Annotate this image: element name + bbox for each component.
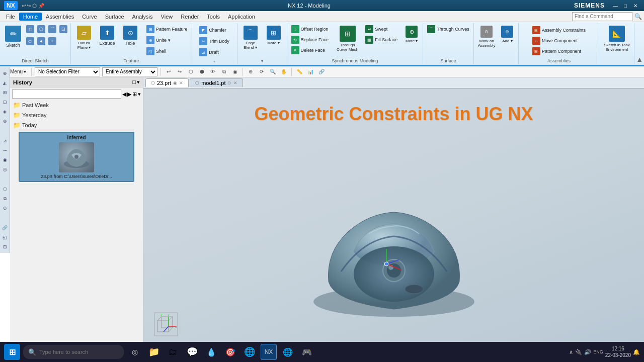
maximize-button[interactable]: □: [621, 2, 630, 10]
extrude-button[interactable]: ⬆ Extrude: [96, 24, 118, 47]
nav-icon-9[interactable]: ◉: [1, 156, 9, 164]
nav-icon-14[interactable]: 🔗: [1, 224, 9, 232]
hex-btn[interactable]: ⬡: [36, 24, 46, 35]
view-icon[interactable]: 👁: [208, 67, 217, 76]
offset-region-button[interactable]: ↕ Offset Region: [289, 24, 331, 34]
nav-icon-13[interactable]: ⊙: [1, 204, 9, 212]
search-nav-next-icon[interactable]: ▶: [127, 91, 131, 98]
cortana-button[interactable]: ◎: [127, 344, 143, 360]
pan-icon[interactable]: ✋: [279, 67, 288, 76]
through-curves-button[interactable]: ⌒ Through Curves: [425, 24, 471, 34]
nav-icon-16[interactable]: ⊟: [1, 243, 9, 251]
menu-application[interactable]: Application: [224, 13, 259, 21]
menu-assemblies[interactable]: Assemblies: [42, 13, 78, 21]
plus-btn[interactable]: +: [47, 36, 57, 47]
circle-btn[interactable]: ●: [36, 36, 46, 47]
panel-menu-icon[interactable]: ▾: [137, 79, 140, 85]
file-explorer-button[interactable]: 📁: [146, 344, 162, 360]
hole-button[interactable]: ⊙ Hole: [119, 24, 141, 47]
menu-home[interactable]: Home: [19, 13, 42, 21]
tab2-close-icon[interactable]: ✕: [233, 80, 237, 85]
chamfer-button[interactable]: ◤ Chamfer: [197, 25, 231, 35]
more-blend-button[interactable]: ⊞ More ▾: [263, 24, 285, 47]
sketch-task-button[interactable]: 📐 Sketch in Task Environment: [602, 24, 631, 53]
zoom-icon[interactable]: 🔍: [268, 67, 277, 76]
nav-icon-5[interactable]: ◈: [1, 108, 9, 116]
shell-button[interactable]: ◱ Shell: [144, 46, 190, 56]
menu-render[interactable]: Render: [177, 13, 203, 21]
close-button[interactable]: ✕: [631, 2, 640, 10]
select-icon[interactable]: ⊕: [246, 67, 255, 76]
today-group-title[interactable]: 📁 Today: [12, 121, 141, 130]
datum-plane-button[interactable]: ▱ Datum Plane ▾: [73, 24, 95, 51]
view-toggle-icon[interactable]: ⊞: [132, 91, 137, 98]
nav-icon-15[interactable]: ◱: [1, 233, 9, 241]
dropbox-button[interactable]: 💧: [203, 344, 219, 360]
delete-face-button[interactable]: ✕ Delete Face: [289, 45, 331, 55]
assembly-constraints-button[interactable]: ⊞ Assembly Constraints: [530, 25, 588, 35]
menu-analysis[interactable]: Analysis: [128, 13, 157, 21]
swept-button[interactable]: ↩ Swept: [363, 24, 399, 34]
nav-icon-6[interactable]: ⊗: [1, 117, 9, 125]
nav-icon-1[interactable]: ⊕: [1, 69, 9, 77]
arc-btn[interactable]: ⌒: [47, 24, 57, 35]
add-button[interactable]: ⊕ Add ▾: [498, 24, 516, 45]
notification-icon[interactable]: 🔔: [633, 349, 640, 355]
menu-file[interactable]: File: [2, 13, 19, 21]
rotate-icon[interactable]: ⟳: [257, 67, 266, 76]
constraint-icon[interactable]: 🔗: [317, 67, 326, 76]
menu-tools[interactable]: Tools: [203, 13, 224, 21]
maximize-panel-icon[interactable]: □: [132, 79, 136, 85]
undo-icon[interactable]: ↩: [164, 67, 173, 76]
redo-icon[interactable]: ↪: [175, 67, 184, 76]
tab-23prt[interactable]: ⬡ 23.prt ◉ ✕: [145, 78, 189, 87]
menu-view[interactable]: View: [157, 13, 177, 21]
menu-curve[interactable]: Curve: [78, 13, 101, 21]
siemens-button[interactable]: 🎯: [222, 344, 238, 360]
nav-icon-10[interactable]: ◎: [1, 165, 9, 173]
find-command-input[interactable]: [572, 12, 632, 21]
draft-button[interactable]: ⊿ Draft: [197, 47, 231, 57]
nav-icon-8[interactable]: ⊸: [1, 146, 9, 154]
tray-arrow[interactable]: ∧: [569, 349, 573, 355]
through-curve-mesh-button[interactable]: ⊞ Through Curve Mesh: [335, 24, 360, 53]
grid-icon[interactable]: ⬢: [197, 67, 206, 76]
measure-icon[interactable]: 📏: [295, 67, 304, 76]
corner-btn[interactable]: ⊡: [58, 24, 68, 35]
tab-close-icon[interactable]: ✕: [179, 80, 183, 85]
nav-icon-7[interactable]: ⊿: [1, 137, 9, 145]
nav-icon-12[interactable]: ⧉: [1, 195, 9, 203]
analysis-icon[interactable]: 📊: [306, 67, 315, 76]
surface-more-button[interactable]: ⊕ More ▾: [403, 24, 421, 45]
tab-model1[interactable]: ⬡ model1.pt ⊙ ✕: [190, 78, 243, 87]
extra-button[interactable]: 🎮: [299, 344, 315, 360]
yesterday-group-title[interactable]: 📁 Yesterday: [12, 111, 141, 120]
pastweek-group-title[interactable]: 📁 Past Week: [12, 101, 141, 110]
pattern-component-button[interactable]: ⊟ Pattern Component: [530, 46, 588, 56]
pattern-feature-button[interactable]: ⊞ Pattern Feature: [144, 24, 190, 34]
history-item-inferred[interactable]: Inferred 23.prt from C:\Users\sures\OneD…: [19, 132, 134, 182]
rect-btn[interactable]: ◻: [25, 24, 35, 35]
work-assembly-button[interactable]: ⊙ Work on Assembly: [476, 24, 498, 49]
sketch-button[interactable]: ✏ Sketch: [2, 24, 24, 49]
ie-button[interactable]: 🌐: [280, 344, 296, 360]
chrome-button[interactable]: 🌐: [242, 344, 258, 360]
move-component-button[interactable]: ↔ Move Component: [530, 36, 588, 46]
nav-icon-11[interactable]: ⬡: [1, 185, 9, 193]
start-button[interactable]: ⊞: [4, 344, 20, 360]
nav-icon-2[interactable]: ◭: [1, 79, 9, 87]
unite-button[interactable]: ⊕ Unite ▾: [144, 35, 190, 45]
chat-button[interactable]: 💬: [184, 344, 200, 360]
snap-icon[interactable]: ⬡: [186, 67, 195, 76]
taskbar-search-input[interactable]: [39, 349, 110, 355]
edge-blend-button[interactable]: ⌒ Edge Blend ▾: [239, 24, 262, 51]
selection-filter[interactable]: No Selection Filter: [35, 67, 100, 76]
menu-button[interactable]: Menu ▾: [8, 68, 28, 75]
filter-icon[interactable]: ▾: [138, 91, 141, 98]
assembly-filter[interactable]: Entire Assembly: [102, 67, 157, 76]
nav-icon-4[interactable]: ⊡: [1, 98, 9, 106]
fill-surface-button[interactable]: ▦ Fill Surface: [363, 35, 399, 45]
ellipse-btn[interactable]: ⬭: [25, 36, 35, 47]
trim-body-button[interactable]: ✂ Trim Body: [197, 36, 231, 46]
search-nav-icon[interactable]: ◀: [122, 91, 126, 98]
